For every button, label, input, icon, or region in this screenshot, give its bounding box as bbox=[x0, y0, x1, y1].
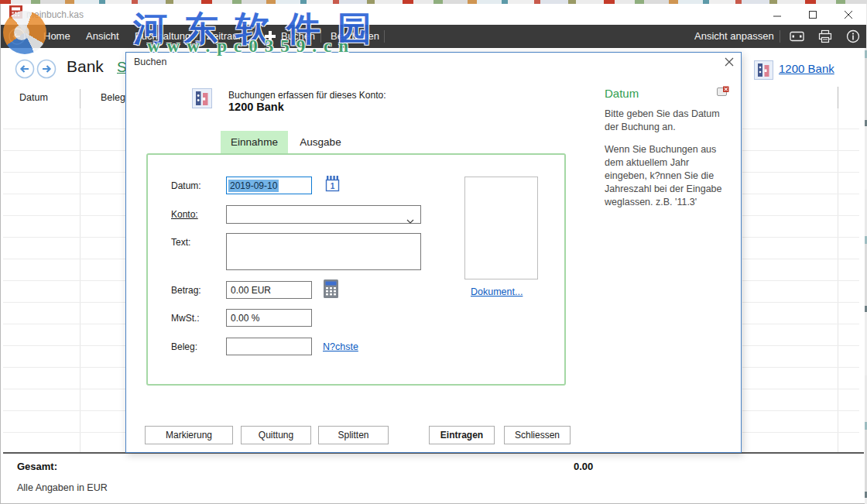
print-icon[interactable] bbox=[818, 29, 832, 46]
eintragen-button[interactable]: Eintragen bbox=[429, 426, 495, 444]
buchen-dialog: Buchen Buchungen erfassen für dieses Kon… bbox=[125, 52, 742, 453]
column-header-datum[interactable]: Datum bbox=[19, 92, 48, 103]
menu-buchen[interactable]: Buchen bbox=[281, 25, 315, 48]
tab-einnahme[interactable]: Einnahme bbox=[221, 131, 288, 153]
back-icon[interactable] bbox=[8, 27, 26, 49]
mwst-input[interactable] bbox=[226, 309, 312, 327]
konto-dropdown[interactable] bbox=[226, 205, 421, 224]
datum-input[interactable]: 2019-09-10 bbox=[226, 177, 312, 194]
total-label: Gesamt: bbox=[17, 461, 57, 472]
document-preview bbox=[464, 177, 538, 279]
table-rows-right bbox=[742, 108, 859, 452]
app-icon bbox=[9, 5, 22, 22]
datum-selected-text: 2019-09-10 bbox=[228, 180, 279, 192]
account-ledger-icon bbox=[754, 60, 773, 83]
total-value: 0.00 bbox=[574, 461, 593, 472]
betrag-label: Betrag: bbox=[171, 285, 201, 296]
plus-icon[interactable] bbox=[264, 30, 276, 46]
svg-text:1: 1 bbox=[331, 182, 335, 190]
naechste-link[interactable]: N?chste bbox=[323, 341, 358, 352]
menu-zeitraum[interactable]: Zeitraum bbox=[207, 25, 246, 48]
close-button[interactable] bbox=[837, 6, 860, 23]
table-rows-left bbox=[3, 108, 125, 452]
betrag-input[interactable] bbox=[226, 281, 312, 299]
dialog-ledger-icon bbox=[192, 88, 212, 111]
maximize-button[interactable] bbox=[801, 6, 824, 23]
dialog-close-icon[interactable] bbox=[724, 57, 735, 70]
page-title: Bank bbox=[67, 57, 104, 76]
menu-ansicht-anpassen[interactable]: Ansicht anpassen bbox=[694, 25, 774, 48]
menu-buchhaltung[interactable]: Buchhaltung bbox=[135, 25, 190, 48]
tab-ausgabe[interactable]: Ausgabe bbox=[293, 131, 348, 153]
dokument-link[interactable]: Dokument... bbox=[471, 286, 523, 297]
dialog-title: Buchen bbox=[134, 57, 166, 67]
schliessen-button[interactable]: Schliessen bbox=[504, 426, 571, 444]
menu-separator bbox=[320, 30, 321, 43]
window-title: meinbuch.kas bbox=[26, 9, 84, 20]
menu-separator bbox=[780, 30, 780, 43]
text-input[interactable] bbox=[226, 233, 421, 270]
help-popout-icon[interactable] bbox=[717, 86, 729, 100]
app-window: meinbuch.kas Home Ansicht Buchhaltung Ze… bbox=[0, 0, 867, 504]
nav-back-icon[interactable] bbox=[15, 59, 35, 82]
menu-separator bbox=[253, 30, 254, 43]
dialog-caption: Buchungen erfassen für dieses Konto: bbox=[228, 90, 386, 101]
header-column-divider-right bbox=[838, 87, 838, 108]
quittung-button[interactable]: Quittung bbox=[241, 426, 311, 444]
minimize-button[interactable] bbox=[766, 6, 789, 23]
column-header-beleg[interactable]: Beleg bbox=[101, 92, 125, 103]
help-title: Datum bbox=[605, 87, 728, 100]
nav-forward-icon[interactable] bbox=[36, 59, 57, 82]
panel-view-icon[interactable] bbox=[790, 30, 804, 46]
menu-separator bbox=[384, 30, 385, 43]
calendar-icon[interactable]: 1 bbox=[324, 175, 341, 196]
mwst-label: MwSt.: bbox=[171, 313, 200, 324]
menu-ansicht[interactable]: Ansicht bbox=[86, 25, 119, 48]
menu-bearbeiten[interactable]: Bearbeiten bbox=[331, 25, 379, 48]
markierung-button[interactable]: Markierung bbox=[145, 426, 233, 444]
calculator-icon[interactable] bbox=[323, 279, 339, 302]
dialog-account-name: 1200 Bank bbox=[228, 101, 284, 113]
currency-note: Alle Angaben in EUR bbox=[17, 482, 108, 493]
menu-home[interactable]: Home bbox=[43, 25, 70, 48]
menubar: Home Ansicht Buchhaltung Zeitraum Buchen… bbox=[1, 25, 866, 48]
konto-label-link[interactable]: Konto: bbox=[171, 209, 198, 220]
beleg-label: Beleg: bbox=[171, 341, 197, 352]
splitten-button[interactable]: Splitten bbox=[318, 426, 389, 444]
info-icon[interactable] bbox=[846, 29, 860, 46]
titlebar: meinbuch.kas bbox=[1, 4, 866, 25]
help-paragraph: Wenn Sie Buchungen aus dem aktuellem Jah… bbox=[605, 143, 728, 209]
header-column-divider bbox=[80, 89, 81, 108]
account-link[interactable]: 1200 Bank bbox=[779, 62, 834, 75]
menu-separator bbox=[197, 30, 197, 43]
text-label: Text: bbox=[171, 237, 190, 248]
help-paragraph: Bitte geben Sie das Datum der Buchung an… bbox=[605, 108, 728, 134]
datum-label: Datum: bbox=[171, 180, 201, 191]
help-panel: Datum Bitte geben Sie das Datum der Buch… bbox=[605, 87, 728, 218]
chevron-down-icon bbox=[406, 213, 414, 227]
beleg-input[interactable] bbox=[226, 338, 312, 355]
